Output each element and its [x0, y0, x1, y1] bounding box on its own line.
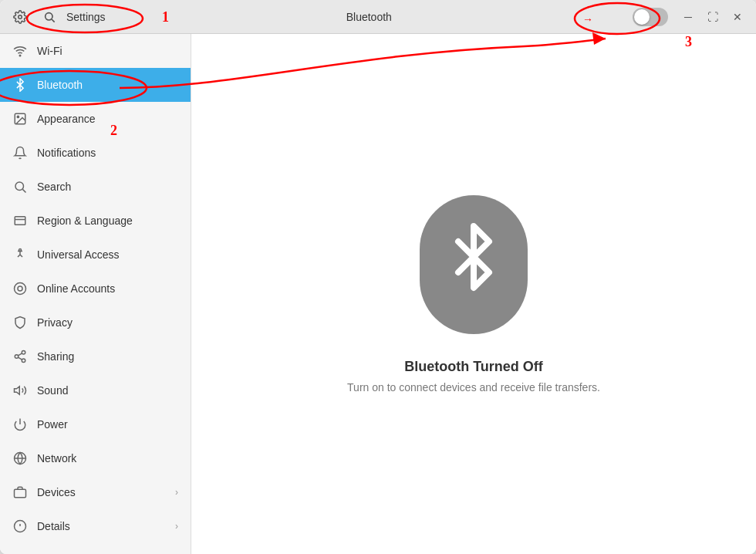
- power-icon: [12, 417, 28, 432]
- sidebar-item-appearance[interactable]: Appearance: [0, 102, 191, 136]
- bluetooth-status-subtitle: Turn on to connect devices and receive f…: [347, 381, 600, 394]
- sidebar-label-network: Network: [37, 452, 178, 464]
- svg-rect-22: [15, 489, 26, 498]
- appearance-icon: [12, 111, 28, 127]
- minimize-button[interactable]: ─: [677, 6, 699, 28]
- details-arrow-icon: ›: [175, 521, 178, 532]
- main-content: Wi-FiBluetoothAppearanceNotificationsSea…: [0, 34, 756, 554]
- bluetooth-status-title: Bluetooth Turned Off: [404, 359, 543, 375]
- sidebar-label-universal-access: Universal Access: [37, 248, 178, 261]
- window-title: Bluetooth: [346, 11, 392, 23]
- sidebar-item-universal-access[interactable]: Universal Access: [0, 238, 191, 272]
- sidebar-item-search[interactable]: Search: [0, 170, 191, 204]
- details-icon: [12, 519, 28, 534]
- titlebar-right: ─ ⛶ ✕: [633, 6, 748, 28]
- sidebar-label-appearance: Appearance: [37, 113, 178, 125]
- sidebar-item-sharing[interactable]: Sharing: [0, 339, 191, 373]
- svg-line-16: [18, 357, 22, 360]
- svg-point-15: [22, 359, 25, 363]
- maximize-button[interactable]: ⛶: [702, 6, 724, 28]
- search-button[interactable]: [37, 5, 62, 29]
- sidebar-label-wifi: Wi-Fi: [37, 45, 178, 57]
- search-icon: [12, 179, 28, 194]
- svg-marker-18: [15, 387, 20, 395]
- sidebar-item-power[interactable]: Power: [0, 407, 191, 441]
- titlebar-center: Bluetooth: [106, 11, 633, 23]
- devices-arrow-icon: ›: [175, 487, 178, 498]
- content-area: Bluetooth Turned Off Turn on to connect …: [191, 34, 756, 554]
- wifi-icon: [12, 43, 28, 59]
- sidebar-label-details: Details: [37, 520, 166, 532]
- sidebar-item-notifications[interactable]: Notifications: [0, 136, 191, 170]
- svg-point-6: [15, 182, 24, 191]
- online-accounts-icon: [12, 281, 28, 296]
- sidebar-label-notifications: Notifications: [37, 147, 178, 159]
- sidebar-label-online-accounts: Online Accounts: [37, 282, 178, 295]
- network-icon: [12, 451, 28, 466]
- svg-line-7: [22, 189, 25, 192]
- svg-line-2: [52, 19, 55, 22]
- svg-point-11: [15, 283, 26, 295]
- sidebar-label-region: Region & Language: [37, 215, 178, 227]
- svg-line-17: [18, 353, 22, 356]
- svg-point-1: [46, 12, 52, 19]
- bluetooth-svg-icon: [439, 218, 508, 311]
- app-title: Settings: [66, 11, 106, 23]
- sidebar-label-power: Power: [37, 418, 178, 431]
- sidebar-label-devices: Devices: [37, 486, 166, 498]
- sidebar-item-privacy[interactable]: Privacy: [0, 306, 191, 339]
- sidebar-label-search: Search: [37, 181, 178, 193]
- sidebar-label-bluetooth: Bluetooth: [37, 79, 178, 91]
- region-icon: [12, 213, 28, 228]
- svg-point-13: [22, 351, 25, 355]
- svg-point-12: [18, 286, 22, 291]
- sidebar-label-sound: Sound: [37, 384, 178, 397]
- sidebar-item-online-accounts[interactable]: Online Accounts: [0, 272, 191, 306]
- notifications-icon: [12, 145, 28, 160]
- close-button[interactable]: ✕: [727, 6, 748, 28]
- svg-rect-8: [15, 217, 25, 225]
- titlebar-left: Settings: [8, 5, 106, 29]
- bluetooth-toggle[interactable]: [633, 8, 668, 26]
- sidebar-item-wifi[interactable]: Wi-Fi: [0, 34, 191, 68]
- privacy-icon: [12, 315, 28, 330]
- svg-point-14: [15, 355, 19, 359]
- sidebar-item-bluetooth[interactable]: Bluetooth: [0, 68, 191, 102]
- sharing-icon: [12, 349, 28, 364]
- titlebar: Settings Bluetooth ─ ⛶ ✕: [0, 0, 756, 34]
- sidebar-item-region[interactable]: Region & Language: [0, 204, 191, 238]
- sidebar-item-sound[interactable]: Sound: [0, 373, 191, 407]
- settings-window: Settings Bluetooth ─ ⛶ ✕: [0, 0, 756, 554]
- sidebar-label-sharing: Sharing: [37, 350, 178, 363]
- bluetooth-icon-graphic: [420, 195, 528, 334]
- sidebar: Wi-FiBluetoothAppearanceNotificationsSea…: [0, 34, 191, 554]
- sidebar-item-details[interactable]: Details›: [0, 509, 191, 543]
- sidebar-item-network[interactable]: Network: [0, 441, 191, 475]
- svg-point-0: [19, 15, 22, 19]
- universal-access-icon: [12, 247, 28, 262]
- svg-point-3: [19, 55, 21, 56]
- gear-button[interactable]: [8, 5, 32, 29]
- bluetooth-icon: [12, 77, 28, 93]
- sidebar-item-devices[interactable]: Devices›: [0, 475, 191, 509]
- sound-icon: [12, 383, 28, 398]
- sidebar-label-privacy: Privacy: [37, 316, 178, 329]
- devices-icon: [12, 485, 28, 500]
- svg-point-5: [17, 116, 19, 117]
